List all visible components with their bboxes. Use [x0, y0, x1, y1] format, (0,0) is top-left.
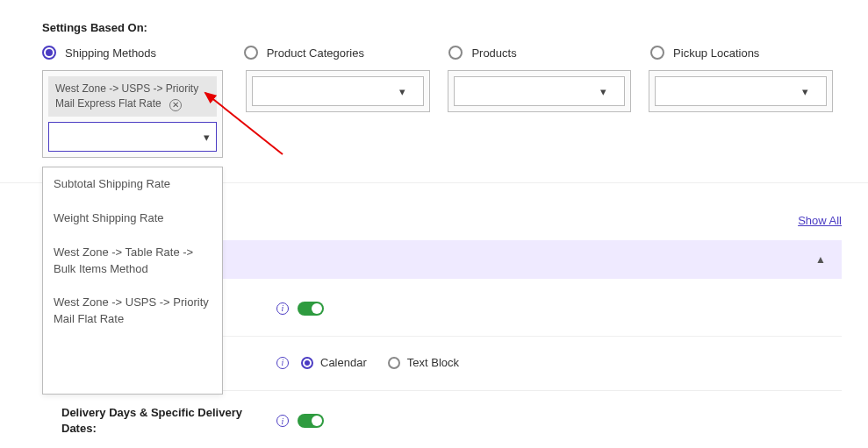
toggle-switch[interactable]	[298, 414, 324, 428]
shipping-method-search-input[interactable]	[48, 122, 217, 152]
info-icon[interactable]: i	[276, 302, 289, 315]
chevron-down-icon: ▾	[600, 85, 606, 98]
chevron-down-icon: ▾	[399, 85, 405, 98]
combo-wrapper: ▾	[48, 122, 217, 152]
other-selectors: ▾ ▾ ▾	[246, 70, 833, 112]
radio-icon	[448, 46, 463, 60]
page-title: Settings Based On:	[42, 21, 147, 34]
radio-textblock[interactable]: Text Block	[388, 356, 459, 369]
radio-label: Pickup Locations	[673, 46, 759, 60]
show-all-link[interactable]: Show All	[798, 214, 842, 227]
radio-product-categories[interactable]: Product Categories	[244, 46, 449, 60]
radio-icon	[244, 46, 258, 60]
toggle-switch[interactable]	[298, 302, 324, 316]
radio-icon	[301, 357, 313, 369]
setting-row-delivery-days: Delivery Days & Specific Delivery Dates:…	[61, 396, 842, 445]
shipping-method-dropdown[interactable]: Subtotal Shipping Rate Weight Shipping R…	[42, 167, 223, 395]
products-select[interactable]: ▾	[448, 70, 632, 112]
info-icon[interactable]: i	[276, 357, 289, 369]
radio-products[interactable]: Products	[448, 46, 650, 60]
product-categories-select[interactable]: ▾	[246, 70, 430, 112]
radio-label: Text Block	[407, 356, 459, 369]
radio-label: Product Categories	[267, 46, 364, 60]
dropdown-option[interactable]: Weight Shipping Rate	[43, 202, 222, 236]
radio-calendar[interactable]: Calendar	[301, 356, 367, 369]
dropdown-option[interactable]: Subtotal Shipping Rate	[43, 167, 222, 202]
dropdown-option[interactable]: West Zone -> Table Rate -> Bulk Items Me…	[43, 236, 222, 287]
remove-chip-icon[interactable]: ✕	[169, 99, 182, 111]
setting-label: Delivery Days & Specific Delivery Dates:	[61, 405, 276, 437]
radio-label: Products	[471, 46, 516, 60]
settings-based-on-radios: Shipping Methods Product Categories Prod…	[42, 46, 833, 60]
radio-pickup-locations[interactable]: Pickup Locations	[650, 46, 833, 60]
chevron-up-icon: ▲	[815, 253, 826, 266]
radio-icon	[388, 357, 400, 369]
radio-label: Calendar	[320, 356, 367, 369]
radio-shipping-methods[interactable]: Shipping Methods	[42, 46, 244, 60]
radio-label: Shipping Methods	[65, 46, 156, 60]
radio-icon	[650, 46, 664, 60]
info-icon[interactable]: i	[276, 415, 289, 427]
dropdown-option[interactable]: West Zone -> USPS -> Priority Mail Flat …	[43, 286, 222, 337]
selected-chip[interactable]: West Zone -> USPS -> Priority Mail Expre…	[48, 76, 217, 117]
chevron-down-icon: ▾	[802, 85, 808, 98]
shipping-methods-selector: West Zone -> USPS -> Priority Mail Expre…	[42, 70, 223, 158]
radio-icon	[42, 46, 56, 60]
pickup-locations-select[interactable]: ▾	[649, 70, 833, 112]
